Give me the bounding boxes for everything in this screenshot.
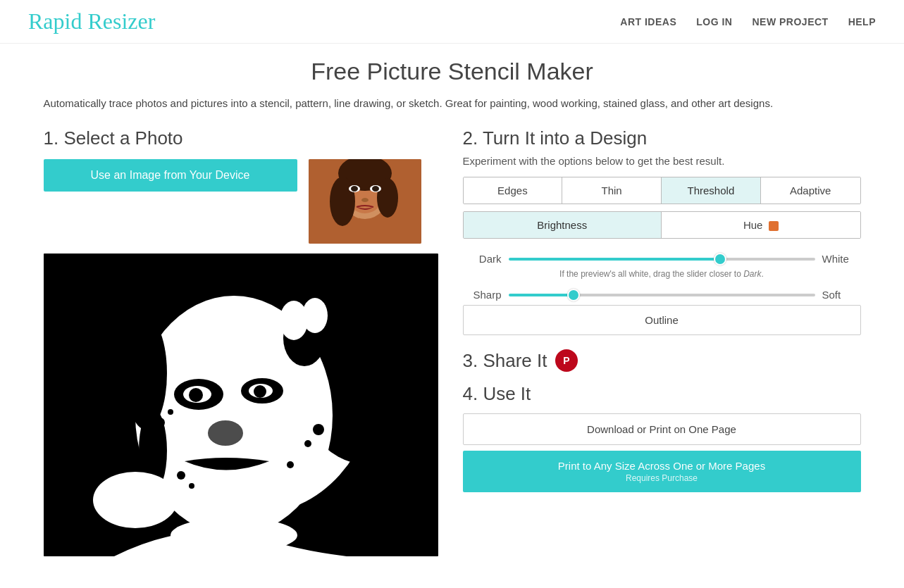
hue-color-swatch <box>769 221 779 231</box>
download-print-button[interactable]: Download or Print on One Page <box>463 413 861 445</box>
logo[interactable]: Rapid Resizer <box>28 8 155 35</box>
pinterest-button[interactable]: P <box>555 349 578 372</box>
print-pages-button[interactable]: Print to Any Size Across One or More Pag… <box>463 451 861 492</box>
svg-point-40 <box>313 424 324 435</box>
brightness-slider[interactable] <box>509 258 815 261</box>
brightness-hint: If the preview's all white, drag the sli… <box>463 269 861 279</box>
svg-point-32 <box>93 472 178 528</box>
upload-button[interactable]: Use an Image from Your Device <box>44 159 297 192</box>
svg-point-5 <box>377 178 398 218</box>
left-column: 1. Select a Photo Use an Image from Your… <box>44 127 442 556</box>
svg-point-8 <box>351 186 358 192</box>
brightness-hint-em: Dark <box>743 269 761 279</box>
page-subtitle: Automatically trace photos and pictures … <box>44 95 861 112</box>
design-tab-group: Edges Thin Threshold Adaptive <box>463 177 861 204</box>
svg-point-41 <box>304 440 311 447</box>
section4-heading: 4. Use It <box>463 383 861 405</box>
svg-point-29 <box>266 408 301 458</box>
section1-heading: 1. Select a Photo <box>44 127 442 149</box>
stencil-svg <box>44 254 438 556</box>
svg-point-9 <box>372 186 379 192</box>
svg-point-25 <box>208 420 243 446</box>
nav-links: ART IDEAS LOG IN NEW PROJECT HELP <box>620 16 876 27</box>
experiment-text: Experiment with the options below to get… <box>463 155 861 167</box>
tab-thin[interactable]: Thin <box>562 177 662 204</box>
sub-tab-hue[interactable]: Hue <box>662 212 860 238</box>
svg-point-45 <box>302 298 328 333</box>
sharp-label-soft: Soft <box>822 289 861 301</box>
svg-point-10 <box>361 198 369 202</box>
svg-point-37 <box>287 461 294 468</box>
original-photo-thumbnail <box>309 159 421 244</box>
sharpness-slider[interactable] <box>509 294 815 296</box>
brightness-label-white: White <box>822 253 861 265</box>
original-photo-svg <box>309 159 421 244</box>
sharp-slider-row: Sharp Soft <box>463 289 861 301</box>
svg-point-36 <box>189 483 194 489</box>
sharp-label-sharp: Sharp <box>463 289 502 301</box>
brightness-label-dark: Dark <box>463 253 502 265</box>
tab-edges[interactable]: Edges <box>464 177 563 204</box>
sub-tab-brightness[interactable]: Brightness <box>464 212 662 238</box>
section3-heading: 3. Share It <box>463 350 547 372</box>
tab-adaptive[interactable]: Adaptive <box>761 177 860 204</box>
svg-text:P: P <box>564 355 570 366</box>
svg-point-4 <box>330 177 355 226</box>
page-title: Free Picture Stencil Maker <box>44 58 861 85</box>
nav-art-ideas[interactable]: ART IDEAS <box>620 16 676 27</box>
svg-point-23 <box>189 388 203 402</box>
svg-point-24 <box>254 385 266 398</box>
svg-point-30 <box>125 317 167 430</box>
svg-point-35 <box>177 471 185 480</box>
two-column-layout: 1. Select a Photo Use an Image from Your… <box>44 127 861 556</box>
share-section: 3. Share It P <box>463 349 861 372</box>
svg-point-39 <box>168 409 173 415</box>
tab-threshold[interactable]: Threshold <box>662 177 761 204</box>
navbar: Rapid Resizer ART IDEAS LOG IN NEW PROJE… <box>0 0 904 44</box>
outline-button[interactable]: Outline <box>463 305 861 335</box>
brightness-slider-row: Dark White <box>463 253 861 265</box>
sub-tab-group: Brightness Hue <box>463 211 861 239</box>
nav-login[interactable]: LOG IN <box>696 16 732 27</box>
print-sub-label: Requires Purchase <box>463 473 861 483</box>
nav-help[interactable]: HELP <box>848 16 876 27</box>
hue-label: Hue <box>743 219 763 231</box>
print-btn-label: Print to Any Size Across One or More Pag… <box>558 460 765 472</box>
nav-new-project[interactable]: NEW PROJECT <box>752 16 828 27</box>
section2-heading: 2. Turn It into a Design <box>463 127 861 149</box>
right-column: 2. Turn It into a Design Experiment with… <box>463 127 861 556</box>
main-container: Free Picture Stencil Maker Automatically… <box>16 44 889 570</box>
stencil-preview <box>44 254 438 556</box>
svg-point-38 <box>155 418 165 427</box>
